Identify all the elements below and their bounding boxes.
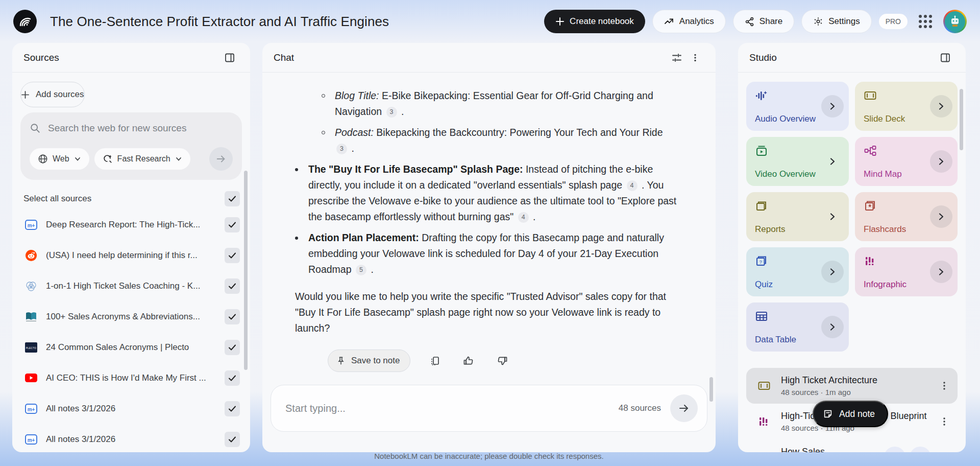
studio-tile-data-table[interactable]: Data Table: [746, 302, 849, 352]
svg-text:m+: m+: [28, 437, 35, 443]
citation-badge[interactable]: 4: [627, 180, 638, 191]
studio-tile-flashcards[interactable]: Flashcards: [855, 192, 958, 241]
share-button[interactable]: Share: [733, 10, 794, 33]
row-more-menu-icon[interactable]: [937, 414, 951, 429]
venn-icon: [24, 279, 38, 293]
chat-more-menu-icon[interactable]: [686, 49, 704, 67]
web-filter-dropdown[interactable]: Web: [30, 148, 89, 170]
chevron-down-icon: [175, 155, 182, 162]
studio-tile-mind-map[interactable]: Mind Map: [855, 137, 958, 186]
chat-text-segment: Action Plan Placement:: [308, 232, 422, 243]
citation-badge[interactable]: 5: [356, 265, 366, 275]
chat-panel-title: Chat: [274, 52, 294, 63]
chevron-right-icon[interactable]: [821, 316, 844, 338]
studio-tile-slide-deck[interactable]: Slide Deck: [855, 82, 958, 131]
chevron-right-icon[interactable]: [930, 205, 952, 228]
book-icon: [24, 310, 38, 323]
source-row[interactable]: PLECTO24 Common Sales Acronyms | Plecto: [12, 332, 250, 363]
plus-icon: [555, 17, 565, 26]
analytics-label: Analytics: [679, 16, 714, 27]
source-label: 100+ Sales Acronyms & Abbreviations...: [46, 312, 216, 322]
studio-tile-quiz[interactable]: ?Quiz: [746, 247, 849, 296]
source-label: (USA) I need help determining if this r.…: [46, 250, 216, 261]
notebooklm-logo-icon[interactable]: [13, 10, 37, 33]
source-checkbox[interactable]: [225, 217, 240, 232]
citation-badge[interactable]: 3: [386, 107, 397, 118]
source-row[interactable]: m+Deep Research Report: The High-Tick...: [12, 209, 250, 240]
analytics-button[interactable]: Analytics: [652, 10, 726, 33]
send-message-button[interactable]: [670, 394, 698, 422]
row-more-menu-icon[interactable]: [937, 450, 951, 452]
source-row[interactable]: (USA) I need help determining if this r.…: [12, 240, 250, 271]
svg-text:?: ?: [760, 260, 762, 265]
notebook-title[interactable]: The One-Sentence Profit Extractor and AI…: [50, 14, 389, 30]
studio-tile-video-overview[interactable]: Video Overview: [746, 137, 849, 186]
studio-scrollbar[interactable]: [960, 89, 963, 150]
source-checkbox[interactable]: [225, 401, 240, 416]
studio-panel-title: Studio: [749, 52, 777, 63]
studio-tile-infographic[interactable]: Infographic: [855, 247, 958, 296]
source-row[interactable]: m+All notes 3/1/2026: [12, 393, 250, 424]
add-note-label: Add note: [839, 409, 875, 420]
studio-row-actions: [884, 447, 931, 452]
add-note-button[interactable]: Add note: [813, 401, 888, 427]
account-avatar[interactable]: [943, 10, 967, 33]
sources-list: m+Deep Research Report: The High-Tick...…: [12, 209, 250, 452]
play-audio-button[interactable]: [910, 447, 931, 452]
studio-output-title: High Ticket Architecture: [781, 375, 928, 386]
source-checkbox[interactable]: [225, 370, 240, 386]
source-checkbox[interactable]: [225, 432, 240, 447]
chevron-right-icon[interactable]: [821, 205, 844, 228]
interactive-mode-button[interactable]: [884, 447, 905, 452]
source-label: 1-on-1 High Ticket Sales Coaching - K...: [46, 281, 216, 291]
chat-text-segment: The "Buy It For Life Basecamp" Splash Pa…: [308, 164, 526, 175]
thumbs-up-icon[interactable]: [459, 352, 478, 370]
studio-tile-audio-overview[interactable]: Audio Overview: [746, 82, 849, 131]
citation-badge[interactable]: 3: [336, 144, 347, 154]
collapse-studio-panel-icon[interactable]: [936, 49, 954, 67]
sources-scrollbar[interactable]: [244, 171, 248, 370]
chevron-right-icon[interactable]: [930, 150, 952, 173]
chevron-right-icon[interactable]: [821, 95, 844, 118]
copy-icon[interactable]: [426, 352, 444, 370]
source-checkbox[interactable]: [225, 340, 240, 355]
thumbs-down-icon[interactable]: [493, 352, 511, 370]
studio-output-row[interactable]: How Sales48 sources: [746, 439, 958, 452]
chat-scrollbar[interactable]: [709, 377, 713, 402]
chevron-right-icon[interactable]: [930, 95, 952, 118]
citation-badge[interactable]: 4: [518, 212, 529, 223]
arrow-right-icon: [215, 153, 227, 165]
chat-text-segment: .: [368, 264, 374, 275]
chevron-right-icon[interactable]: [821, 261, 844, 283]
settings-button[interactable]: Settings: [801, 10, 871, 33]
research-mode-dropdown[interactable]: Fast Research: [94, 148, 190, 170]
search-submit-button[interactable]: [209, 147, 233, 171]
chevron-right-icon[interactable]: [930, 261, 952, 283]
studio-tile-reports[interactable]: Reports: [746, 192, 849, 241]
chat-input[interactable]: [285, 403, 619, 414]
source-row[interactable]: m+All notes 3/1/2026: [12, 424, 250, 452]
share-icon: [745, 17, 754, 27]
add-sources-button[interactable]: Add sources: [20, 82, 85, 107]
web-search-input[interactable]: [48, 123, 233, 134]
bullet-marker-icon: [322, 125, 335, 156]
chat-bullet: The "Buy It For Life Basecamp" Splash Pa…: [295, 161, 680, 225]
source-row[interactable]: 100+ Sales Acronyms & Abbreviations...: [12, 301, 250, 332]
save-to-note-button[interactable]: Save to note: [328, 350, 410, 372]
google-apps-icon[interactable]: [915, 11, 936, 32]
source-checkbox[interactable]: [225, 309, 240, 324]
source-checkbox[interactable]: [225, 248, 240, 263]
source-label: All notes 3/1/2026: [46, 404, 216, 414]
chevron-right-icon[interactable]: [821, 150, 844, 173]
select-all-checkbox[interactable]: [225, 191, 240, 206]
row-more-menu-icon[interactable]: [937, 378, 951, 393]
reddit-icon: [24, 249, 38, 262]
collapse-sources-panel-icon[interactable]: [220, 49, 239, 67]
source-row[interactable]: 1-on-1 High Ticket Sales Coaching - K...: [12, 271, 250, 301]
studio-output-row[interactable]: High Ticket Architecture48 sources · 1m …: [746, 368, 958, 404]
source-row[interactable]: AI CEO: THIS is How I'd Make My First ..…: [12, 363, 250, 393]
create-notebook-button[interactable]: Create notebook: [544, 10, 645, 33]
pin-icon: [336, 356, 346, 365]
chat-settings-icon[interactable]: [668, 49, 686, 67]
source-checkbox[interactable]: [225, 278, 240, 294]
